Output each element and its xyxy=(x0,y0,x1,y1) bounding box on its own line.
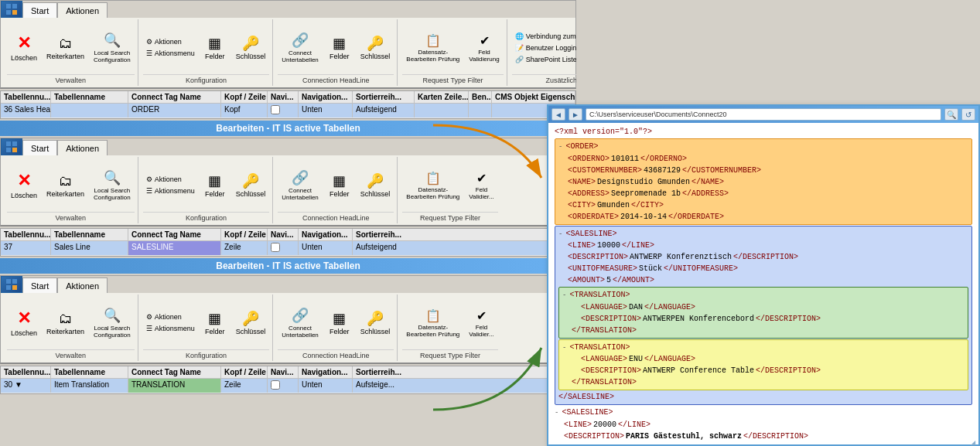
cell-num-1: 36 Sales Header xyxy=(1,104,51,117)
ribbon-tabs-1: Start Aktionen xyxy=(1,1,575,18)
navi-checkbox-2[interactable] xyxy=(271,243,280,252)
connection-label-3: Connection HeadLine xyxy=(278,349,394,359)
col2-kopf: Kopf / Zeile xyxy=(221,229,268,240)
feld-val-btn-3[interactable]: ✔ FeldValidier... xyxy=(465,306,497,340)
reiterkarten-btn-3[interactable]: 🗂 Reiterkarten xyxy=(43,308,88,338)
sharepoint-btn[interactable]: 🔗 SharePoint Listen Verbindung Filter Fe… xyxy=(512,54,576,65)
felder-btn-1b[interactable]: ▦ Felder xyxy=(324,32,355,63)
tab-aktionen-2[interactable]: Aktionen xyxy=(57,140,108,155)
xml-back-btn[interactable]: ◄ xyxy=(551,108,565,121)
reiterkarten-btn-2[interactable]: 🗂 Reiterkarten xyxy=(43,171,88,200)
delete-icon-1: ✕ xyxy=(17,33,31,53)
xml-name: <NAME>Designstudio Gmunden</NAME> xyxy=(568,176,968,188)
local-search-btn-3[interactable]: 🔍 Local SearchConfiguration xyxy=(90,305,135,341)
aktionsmenu-small-btn-3[interactable]: ☰ Aktionsmenu xyxy=(143,323,198,334)
navi-checkbox-3[interactable] xyxy=(271,380,280,390)
xml-address-bar[interactable]: C:\Users\serviceuser\Documents\Connect20 xyxy=(586,108,941,121)
aktionsmenu-small-btn-2[interactable]: ☰ Aktionsmenu xyxy=(143,186,198,196)
schluessel-btn-1a[interactable]: 🔑 Schlüssel xyxy=(232,32,270,63)
schluessel-btn-2a[interactable]: 🔑 Schlüssel xyxy=(232,170,270,200)
local-search-btn-1[interactable]: 🔍 Local SearchConfiguration xyxy=(90,29,135,66)
collapse-salesline2[interactable]: - xyxy=(555,408,558,419)
felder-btn-2a[interactable]: ▦ Felder xyxy=(200,170,230,200)
ribbon-body-1: ✕ Löschen 🗂 Reiterkarten 🔍 Local SearchC… xyxy=(1,18,575,87)
konfig-buttons-2: ⚙ Aktionen ☰ Aktionsmenu ▦ Felder 🔑 xyxy=(143,158,270,212)
stacked-actions-3: ⚙ Aktionen ☰ Aktionsmenu xyxy=(143,312,198,334)
schluessel-btn-3b[interactable]: 🔑 Schlüssel xyxy=(357,308,394,338)
svg-rect-9 xyxy=(12,279,17,284)
xml-translation-dan-children: <LANGUAGE>DAN</LANGUAGE> <DESCRIPTION>AN… xyxy=(562,301,965,325)
cell2-navi xyxy=(268,241,299,255)
xml-address-text: C:\Users\serviceuser\Documents\Connect20 xyxy=(589,111,727,118)
left-panel: Start Aktionen ✕ Löschen 🗂 Reiterkarten … xyxy=(0,0,576,446)
key-icon-2b: 🔑 xyxy=(367,172,384,189)
group-verwalten-3: ✕ Löschen 🗂 Reiterkarten 🔍 Local SearchC… xyxy=(4,294,138,361)
table-row-2[interactable]: 37 Sales Line SALESLINE Zeile Unten Aufs… xyxy=(1,241,575,256)
app-logo[interactable] xyxy=(1,1,22,18)
connect-btn-3[interactable]: 🔗 ConnectUntertabellen xyxy=(278,305,323,341)
xml-forward-btn[interactable]: ► xyxy=(569,108,582,121)
tab-aktionen-3[interactable]: Aktionen xyxy=(57,277,108,293)
navi-checkbox-1[interactable] xyxy=(271,105,280,114)
xml-refresh-btn[interactable]: ↺ xyxy=(961,108,975,121)
datensatz-btn-3[interactable]: 📋 Datensatz-Bearbeiten Prüfung xyxy=(402,306,463,340)
tab-aktionen-1[interactable]: Aktionen xyxy=(57,2,108,18)
felder-btn-1a[interactable]: ▦ Felder xyxy=(200,32,230,63)
tab-start-3[interactable]: Start xyxy=(22,277,57,293)
xml-translation-enu-children: <LANGUAGE>ENU</LANGUAGE> <DESCRIPTION>AN… xyxy=(562,353,965,376)
aktionen-small-btn-1[interactable]: ⚙ Aktionen xyxy=(143,36,198,47)
xml-orderno: <ORDERNO>101011</ORDERNO> xyxy=(568,153,968,165)
table-row-3[interactable]: 30 ▼ Item Translation TRANSLATION Zeile … xyxy=(1,379,575,393)
collapse-salesline[interactable]: - xyxy=(558,230,562,240)
datensatz-btn-1[interactable]: 📋 Datensatz-Bearbeiten Prüfung xyxy=(402,31,463,65)
xml-content: <?xml version="1.0"?> - <ORDER> <ORDERNO… xyxy=(548,123,978,444)
datensatz-btn-2[interactable]: 📋 Datensatz-Bearbeiten Prüfung xyxy=(402,169,463,203)
aktionsmenu-icon-3: ☰ xyxy=(146,325,152,332)
cell3-name: Item Translation xyxy=(51,379,128,393)
tab-start-1[interactable]: Start xyxy=(22,2,57,18)
reiterkarten-btn-1[interactable]: 🗂 Reiterkarten xyxy=(43,33,88,63)
aktionen-small-btn-2[interactable]: ⚙ Aktionen xyxy=(143,174,198,185)
collapse-translation-enu[interactable]: - xyxy=(562,343,566,354)
collapse-translation-dan[interactable]: - xyxy=(562,291,566,301)
col3-tag: Connect Tag Name xyxy=(128,366,221,378)
local-search-btn-2[interactable]: 🔍 Local SearchConfiguration xyxy=(90,167,135,203)
xml-search-btn[interactable]: 🔍 xyxy=(944,108,958,121)
aktionsmenu-small-btn-1[interactable]: ☰ Aktionsmenu xyxy=(143,48,198,59)
table-header-3: Tabellennu... Tabellenname Connect Tag N… xyxy=(1,366,575,379)
app-logo-2[interactable] xyxy=(1,138,22,155)
tab-start-2[interactable]: Start xyxy=(22,140,57,155)
connection-buttons-1: 🔗 ConnectUntertabellen ▦ Felder 🔑 Schlüs… xyxy=(278,21,394,74)
xml-city: <CITY>Gmunden</CITY> xyxy=(568,199,968,211)
request-label-2: Request Type Filter xyxy=(402,212,497,222)
felder-btn-3a[interactable]: ▦ Felder xyxy=(200,308,230,338)
connection-label-1: Connection HeadLine xyxy=(278,74,394,84)
schluessel-btn-2b[interactable]: 🔑 Schlüssel xyxy=(357,170,394,200)
app-logo-3[interactable] xyxy=(1,276,22,293)
collapse-order[interactable]: - xyxy=(558,142,562,153)
request-label-3: Request Type Filter xyxy=(402,349,497,359)
col-connect-tag: Connect Tag Name xyxy=(128,91,221,103)
xml-resize-handle[interactable] xyxy=(971,437,978,444)
feld-val-btn-2[interactable]: ✔ FeldValidier... xyxy=(465,169,497,203)
feld-val-btn-1[interactable]: ✔ FeldValidierung xyxy=(465,31,503,65)
schluessel-btn-1b[interactable]: 🔑 Schlüssel xyxy=(357,32,394,63)
schluessel-btn-3a[interactable]: 🔑 Schlüssel xyxy=(232,308,270,338)
logging-btn[interactable]: 📝 Benutzer Logging - Felder xyxy=(512,43,576,53)
felder-btn-2b[interactable]: ▦ Felder xyxy=(324,170,355,200)
aktionen-small-btn-3[interactable]: ⚙ Aktionen xyxy=(143,312,198,322)
cards-icon-3: 🗂 xyxy=(59,311,73,327)
loeschen-btn-2[interactable]: ✕ Löschen xyxy=(7,169,41,202)
table-2: Tabellennu... Tabellenname Connect Tag N… xyxy=(0,228,576,257)
connect-btn-2[interactable]: 🔗 ConnectUntertabellen xyxy=(278,167,323,203)
felder-btn-3b[interactable]: ▦ Felder xyxy=(324,308,355,338)
table-row[interactable]: 36 Sales Header ORDER Kopf Unten Aufstei… xyxy=(1,104,575,118)
cell3-nav2: Unten xyxy=(299,379,353,393)
col3-num: Tabellennu... xyxy=(1,366,51,378)
loeschen-btn-1[interactable]: ✕ Löschen xyxy=(7,31,41,64)
group-connection-2: 🔗 ConnectUntertabellen ▦ Felder 🔑 Schlüs… xyxy=(275,157,398,223)
xml-translation-dan-open: - <TRANSLATION> xyxy=(562,289,965,301)
loeschen-btn-3[interactable]: ✕ Löschen xyxy=(7,306,41,339)
connect-btn-1[interactable]: 🔗 ConnectUntertabellen xyxy=(278,29,323,66)
cms-btn[interactable]: 🌐 Verbindung zum CMS xyxy=(512,31,576,42)
